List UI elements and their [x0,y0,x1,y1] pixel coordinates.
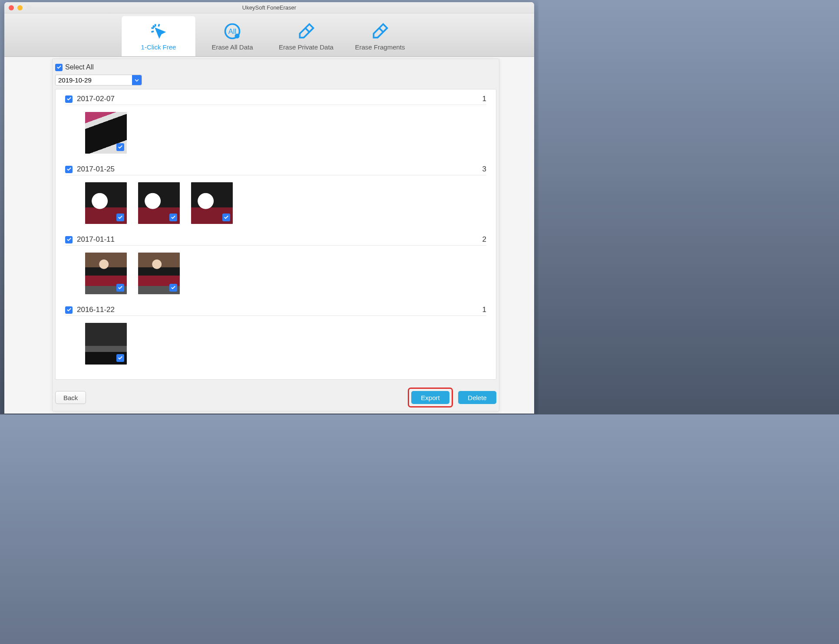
photo-thumbnail[interactable] [85,182,127,224]
tab-label: Erase Private Data [279,43,334,51]
group-count: 1 [482,306,486,314]
content-sheet: Select All 2019-10-29 2017-02-0712017-01… [52,59,499,411]
group-header: 2017-02-071 [65,95,486,105]
cursor-click-icon [149,22,168,41]
tab-erase-fragments[interactable]: Erase Fragments [343,16,417,56]
back-button[interactable]: Back [55,391,86,404]
svg-text:All: All [228,27,236,35]
main-toolbar: 1-Click Free All Erase All Data Erase Pr… [4,13,534,57]
group-date: 2017-01-25 [77,165,115,174]
photo-thumbnail[interactable] [85,323,127,365]
group-thumbs [65,175,486,224]
group-date: 2016-11-22 [77,306,115,314]
group-header: 2016-11-221 [65,306,486,316]
photo-thumbnail[interactable] [191,182,233,224]
export-button[interactable]: Export [411,391,449,404]
thumb-checkbox[interactable] [116,214,124,221]
window-controls [9,5,31,10]
group-thumbs [65,105,486,154]
date-filter-combo[interactable]: 2019-10-29 [55,75,142,85]
photo-thumbnail[interactable] [85,112,127,154]
app-window: UkeySoft FoneEraser 1-Click Free All Era… [4,2,534,414]
filter-bar: Select All 2019-10-29 [53,63,499,89]
photo-group: 2016-11-221 [56,300,496,371]
tab-erase-all[interactable]: All Erase All Data [195,16,269,56]
erase-all-icon: All [223,22,242,41]
thumb-checkbox[interactable] [222,214,230,221]
photo-thumbnail[interactable] [138,182,180,224]
group-count: 2 [482,235,486,244]
group-checkbox[interactable] [65,95,73,103]
export-highlight: Export [408,388,453,407]
eraser-icon [297,22,316,41]
group-count: 1 [482,95,486,103]
select-all-checkbox[interactable] [55,64,63,71]
group-thumbs [65,246,486,294]
group-date: 2017-01-11 [77,235,115,244]
sheet-footer: Back Export Delete [53,388,499,407]
photo-groups-list[interactable]: 2017-02-0712017-01-2532017-01-1122016-11… [55,89,496,380]
photo-thumbnail[interactable] [85,253,127,294]
window-title: UkeySoft FoneEraser [4,4,534,11]
svg-point-2 [235,34,238,37]
minimize-window-button[interactable] [17,5,23,10]
group-checkbox[interactable] [65,166,73,173]
eraser-icon [370,22,390,41]
photo-group: 2017-02-071 [56,89,496,160]
titlebar: UkeySoft FoneEraser [4,2,534,13]
zoom-window-button[interactable] [26,5,31,10]
group-date: 2017-02-07 [77,95,115,103]
photo-thumbnail[interactable] [138,253,180,294]
tab-erase-private[interactable]: Erase Private Data [269,16,343,56]
group-checkbox[interactable] [65,306,73,314]
group-count: 3 [482,165,486,174]
photo-group: 2017-01-112 [56,230,496,300]
group-header: 2017-01-253 [65,165,486,175]
group-checkbox[interactable] [65,236,73,243]
thumb-checkbox[interactable] [169,284,177,292]
date-filter-value: 2019-10-29 [58,76,92,84]
thumb-checkbox[interactable] [116,284,124,292]
select-all-row: Select All [55,63,496,71]
select-all-label: Select All [65,63,94,71]
delete-button[interactable]: Delete [458,391,496,404]
group-thumbs [65,316,486,365]
close-window-button[interactable] [9,5,14,10]
thumb-checkbox[interactable] [169,214,177,221]
photo-group: 2017-01-253 [56,160,496,230]
group-header: 2017-01-112 [65,235,486,246]
tab-label: Erase All Data [211,43,253,51]
thumb-checkbox[interactable] [116,354,124,362]
thumb-checkbox[interactable] [116,143,124,151]
tab-label: Erase Fragments [355,43,405,51]
chevron-down-icon [132,75,142,85]
tab-1click-free[interactable]: 1-Click Free [122,16,195,56]
tab-label: 1-Click Free [141,43,176,51]
